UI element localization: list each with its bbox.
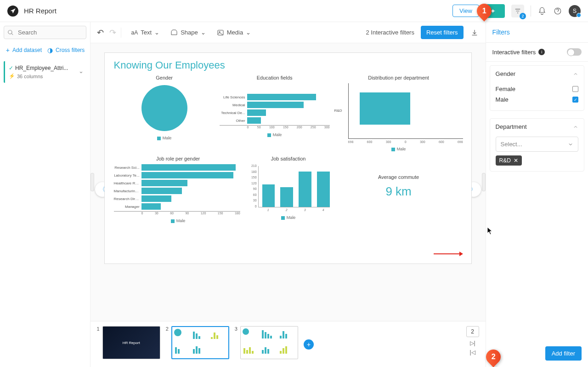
plus-icon: + (6, 46, 10, 54)
cross-filters-button[interactable]: ◑ Cross filters (46, 44, 86, 57)
right-panel-handle[interactable] (482, 173, 486, 191)
view-button[interactable]: View (452, 5, 479, 17)
chart-title: Job satisfaction (247, 156, 330, 161)
filter-count-badge: 2 (520, 13, 526, 19)
chevron-up-icon (573, 71, 578, 77)
dataset-item[interactable]: ✓ HR_Employee_Attri... ⚡ 36 columns ⌄ (4, 61, 86, 83)
media-icon (217, 29, 224, 36)
kpi-value: 9 km (334, 184, 463, 199)
interactive-filters-label: Interactive filters (492, 49, 536, 56)
chart-jobsat[interactable]: Job satisfaction 2101801501209060300 123… (247, 156, 330, 223)
red-arrow-annotation (434, 251, 463, 257)
page-number-input[interactable]: 2 (466, 326, 479, 337)
department-select[interactable]: Select... (496, 137, 578, 152)
select-placeholder: Select... (501, 141, 522, 148)
help-button[interactable] (553, 6, 562, 16)
thumb-number: 3 (235, 326, 237, 359)
chart-commute[interactable]: Average commute 9 km (334, 156, 463, 223)
app-logo (7, 6, 18, 17)
user-avatar[interactable]: S (569, 5, 581, 17)
thumbnail-1[interactable]: 1 HR Report (97, 326, 160, 359)
download-button[interactable] (470, 28, 479, 37)
chip-remove-button[interactable]: ✕ (514, 157, 518, 164)
filter-header-gender[interactable]: Gender (490, 66, 584, 82)
filter-section-gender: Gender Female Male ✓ (490, 65, 584, 111)
bell-icon (538, 7, 546, 15)
media-tool[interactable]: Media ⌄ (216, 27, 252, 38)
thumb-number: 1 (97, 326, 100, 359)
filters-panel: Filters Interactive filters i Gender Fem… (486, 22, 588, 367)
thumb-preview (171, 326, 229, 359)
filter-title: Department (496, 123, 527, 130)
shape-tool[interactable]: Shape ⌄ (170, 27, 207, 38)
chart-education[interactable]: Education fields Life Sciences Medical T… (220, 75, 330, 151)
chevron-down-icon (568, 142, 573, 147)
filter-title: Gender (496, 70, 515, 77)
chart-jobrole[interactable]: Job role per gender Research Sci... Labo… (114, 156, 243, 223)
header-filter-button[interactable]: 2 (511, 5, 524, 17)
chart-title: Distribution per department (334, 75, 463, 80)
text-icon: aA (131, 29, 138, 36)
interactive-filter-count: 2 Interactive filters (366, 29, 414, 36)
add-filter-button[interactable]: Add filter (545, 346, 582, 361)
chart-legend: Male (334, 147, 463, 151)
search-input[interactable] (4, 26, 86, 39)
chevron-down-icon[interactable]: ⌄ (79, 68, 84, 75)
add-dataset-button[interactable]: + Add dataset (4, 44, 44, 57)
prev-page-button[interactable]: |◁ (470, 349, 475, 356)
chart-legend: Male (220, 132, 330, 137)
chart-distribution[interactable]: Distribution per department R&D 69860030… (334, 75, 463, 151)
chevron-down-icon: ⌄ (201, 29, 206, 36)
download-icon (471, 29, 478, 36)
chip-label: R&D (499, 157, 511, 164)
chevron-down-icon: ⌄ (246, 29, 251, 36)
chart-legend: Male (114, 218, 243, 223)
bolt-icon: ⚡ (9, 73, 15, 79)
chart-title: Education fields (220, 75, 330, 80)
thumbnail-3[interactable]: 3 (235, 326, 298, 359)
checkbox-icon: ✓ (572, 97, 578, 103)
checkbox-label: Male (496, 96, 509, 103)
kpi-label: Average commute (334, 174, 463, 180)
chevron-up-icon (573, 124, 578, 130)
report-title: HR Report (24, 7, 57, 15)
next-page-button[interactable]: ▷| (470, 340, 475, 346)
search-icon (7, 29, 14, 36)
reset-filters-button[interactable]: Reset filters (421, 26, 464, 39)
notifications-button[interactable] (537, 6, 547, 16)
slide-canvas[interactable]: Knowing Our Employees Gender Male Educat… (104, 52, 472, 264)
checkbox-label: Female (496, 86, 515, 92)
chart-gender[interactable]: Gender Male (114, 75, 215, 151)
interactive-filters-toggle[interactable] (567, 48, 582, 56)
filter-icon (514, 8, 521, 14)
left-panel-handle[interactable] (90, 173, 94, 191)
shape-icon (170, 29, 178, 36)
filter-section-department: Department Select... R&D ✕ (490, 118, 584, 172)
venn-icon: ◑ (47, 46, 53, 54)
undo-button[interactable]: ↶ (97, 28, 104, 38)
checkbox-male[interactable]: Male ✓ (496, 94, 578, 105)
editor-toolbar: ↶ ↷ aA Text ⌄ Shape ⌄ Media ⌄ 2 Interact… (90, 22, 486, 43)
thumb-preview (240, 326, 298, 359)
slide-thumbnails: 1 HR Report 2 3 (90, 321, 486, 367)
dataset-name: HR_Employee_Attri... (15, 65, 68, 71)
text-tool[interactable]: aA Text ⌄ (130, 27, 161, 38)
checkbox-female[interactable]: Female (496, 84, 578, 94)
chart-legend: Male (247, 215, 330, 220)
media-tool-label: Media (227, 29, 243, 36)
info-icon[interactable]: i (538, 49, 545, 55)
add-dataset-label: Add dataset (12, 47, 42, 53)
help-icon (554, 7, 562, 15)
shape-tool-label: Shape (181, 29, 198, 36)
chart-title: Gender (114, 75, 215, 80)
filters-panel-title: Filters (486, 22, 588, 43)
redo-button[interactable]: ↷ (109, 28, 116, 38)
text-tool-label: Text (141, 29, 152, 36)
app-header: HR Report View ✦ 2 S (0, 0, 588, 22)
checkbox-icon (572, 86, 578, 92)
filter-header-department[interactable]: Department (490, 119, 584, 135)
datasets-sidebar: + Add dataset ◑ Cross filters ✓ HR_Emplo… (0, 22, 90, 367)
add-slide-button[interactable]: + (304, 339, 314, 350)
chart-title: Job role per gender (114, 156, 243, 161)
thumbnail-2[interactable]: 2 (166, 326, 229, 359)
